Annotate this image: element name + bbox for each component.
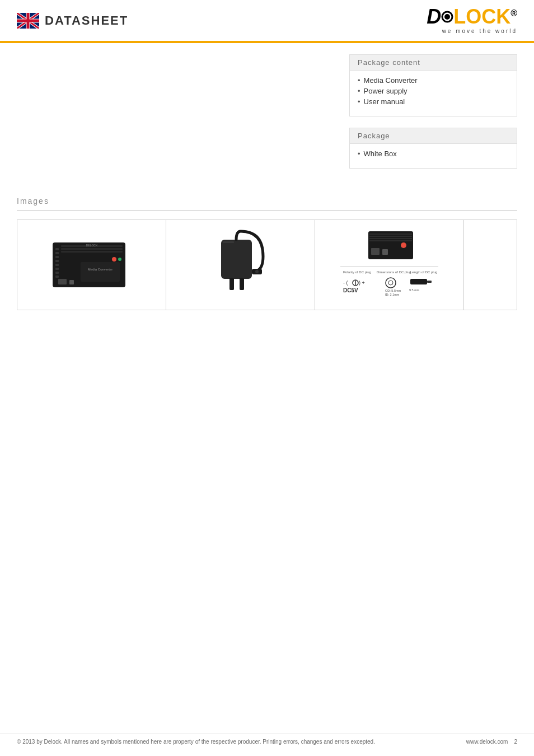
svg-text:OD: 5.5mm: OD: 5.5mm xyxy=(385,289,401,292)
svg-text:Dimensions of DC plug: Dimensions of DC plug xyxy=(377,270,411,274)
images-section: Images xyxy=(0,197,534,310)
list-item: • User manual xyxy=(358,97,509,106)
list-item: • White Box xyxy=(358,150,509,158)
svg-point-2 xyxy=(444,14,450,20)
list-item: • Media Converter xyxy=(358,76,509,85)
image-cell-1: Media Converter DELOCK xyxy=(17,220,166,310)
svg-point-15 xyxy=(112,257,116,262)
package-items: • White Box xyxy=(350,144,517,168)
package-content-box: Package content • Media Converter • Powe… xyxy=(349,54,517,116)
svg-rect-17 xyxy=(81,262,120,282)
package-content-items: • Media Converter • Power supply • User … xyxy=(350,71,517,116)
image-cell-2 xyxy=(166,220,315,310)
svg-rect-50 xyxy=(427,281,432,283)
delock-logo: D LOCK® xyxy=(427,7,517,27)
footer-right: www.delock.com 2 xyxy=(466,739,517,745)
item-media-converter: Media Converter xyxy=(364,76,418,85)
item-user-manual: User manual xyxy=(364,97,405,106)
main-content: Package content • Media Converter • Powe… xyxy=(0,43,534,191)
header-left: DATASHEET xyxy=(17,13,128,29)
svg-rect-4 xyxy=(55,248,59,250)
footer: © 2013 by Delock. All names and symbols … xyxy=(0,734,534,745)
svg-rect-6 xyxy=(55,256,59,258)
adapter-image xyxy=(196,228,285,301)
svg-rect-8 xyxy=(55,264,59,266)
images-title: Images xyxy=(17,197,517,206)
bullet-icon: • xyxy=(358,87,360,95)
svg-point-16 xyxy=(118,258,121,261)
svg-text:DC5V: DC5V xyxy=(343,287,358,293)
svg-rect-5 xyxy=(55,252,59,254)
footer-page: 2 xyxy=(514,739,517,745)
bullet-icon: • xyxy=(358,76,360,85)
footer-copyright: © 2013 by Delock. All names and symbols … xyxy=(17,739,375,745)
svg-rect-14 xyxy=(61,251,123,253)
svg-rect-9 xyxy=(55,268,59,270)
image-cell-3: Polarity of DC plug - ( ) + DC5V Dimensi… xyxy=(315,220,464,310)
bullet-icon: • xyxy=(358,150,360,158)
diagram-image: Polarity of DC plug - ( ) + DC5V Dimensi… xyxy=(338,228,441,301)
left-area xyxy=(17,54,338,180)
footer-website: www.delock.com xyxy=(466,739,508,745)
package-box: Package • White Box xyxy=(349,128,517,169)
svg-point-33 xyxy=(401,242,406,248)
svg-rect-49 xyxy=(410,279,427,284)
svg-rect-23 xyxy=(229,278,234,290)
svg-rect-7 xyxy=(55,260,59,262)
svg-rect-34 xyxy=(371,248,380,255)
svg-rect-24 xyxy=(240,278,244,290)
svg-rect-22 xyxy=(221,240,252,279)
svg-rect-11 xyxy=(55,276,59,278)
svg-rect-10 xyxy=(55,272,59,274)
svg-text:Length of DC plug: Length of DC plug xyxy=(410,270,437,274)
svg-text:9.5 mm: 9.5 mm xyxy=(409,288,420,292)
logo-lock-text: LOCK® xyxy=(453,7,517,27)
bullet-icon: • xyxy=(358,97,360,106)
header: DATASHEET D LOCK® we move the world xyxy=(0,0,534,43)
item-power-supply: Power supply xyxy=(364,87,407,95)
svg-rect-19 xyxy=(58,279,67,284)
svg-point-45 xyxy=(388,281,393,285)
images-divider xyxy=(17,210,517,211)
delock-logo-area: D LOCK® we move the world xyxy=(427,7,517,34)
image-cell-4 xyxy=(464,220,517,310)
list-item: • Power supply xyxy=(358,87,509,95)
package-content-title: Package content xyxy=(350,55,517,71)
svg-point-44 xyxy=(386,278,396,288)
logo-tagline: we move the world xyxy=(442,28,517,34)
package-title: Package xyxy=(350,128,517,144)
svg-rect-27 xyxy=(223,241,234,243)
svg-text:DELOCK: DELOCK xyxy=(86,244,97,247)
item-white-box: White Box xyxy=(364,150,397,158)
logo-d-letter: D xyxy=(427,7,441,27)
svg-text:- (: - ( xyxy=(343,280,348,286)
datasheet-label: DATASHEET xyxy=(45,13,128,28)
images-grid: Media Converter DELOCK xyxy=(17,220,517,310)
right-area: Package content • Media Converter • Powe… xyxy=(349,54,517,180)
device-image: Media Converter DELOCK xyxy=(47,228,137,301)
svg-text:Media Converter: Media Converter xyxy=(87,268,112,271)
svg-rect-13 xyxy=(61,248,123,250)
svg-point-26 xyxy=(255,270,259,273)
svg-rect-35 xyxy=(382,249,388,255)
svg-text:ID: 2.1mm: ID: 2.1mm xyxy=(385,293,400,296)
svg-text:) +: ) + xyxy=(359,280,365,286)
logo-circle-icon xyxy=(441,7,453,27)
svg-text:Polarity of DC plug: Polarity of DC plug xyxy=(343,270,371,274)
svg-rect-20 xyxy=(69,280,74,284)
flag-icon xyxy=(17,13,39,29)
